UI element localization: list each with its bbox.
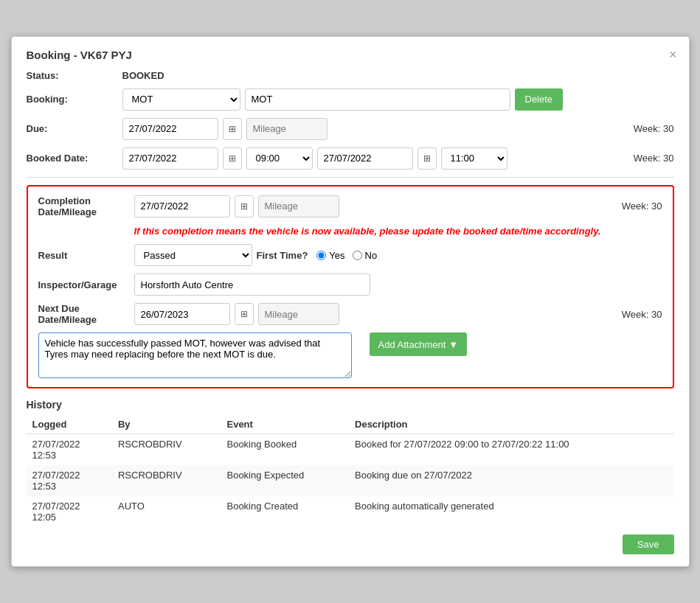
booked-end-date-input[interactable]	[317, 147, 413, 170]
notes-textarea[interactable]: Vehicle has successfully passed MOT, how…	[38, 332, 352, 378]
completion-date-label: CompletionDate/Mileage	[38, 195, 134, 217]
status-label: Status:	[27, 70, 122, 81]
yes-radio-label[interactable]: Yes	[316, 250, 344, 261]
due-mileage-input[interactable]	[246, 118, 328, 140]
next-due-week-label: Week: 30	[622, 309, 662, 320]
inspector-label: Inspector/Garage	[38, 279, 134, 290]
booked-start-calendar-icon[interactable]: ⊞	[223, 147, 242, 170]
cell-event: Booking Expected	[221, 465, 349, 496]
booked-start-time-select[interactable]: 09:00	[246, 147, 313, 170]
col-event: Event	[221, 415, 349, 434]
add-attachment-label: Add Attachment	[378, 339, 446, 350]
booked-end-calendar-icon[interactable]: ⊞	[417, 147, 437, 170]
booked-date-label: Booked Date:	[27, 153, 122, 164]
add-attachment-button[interactable]: Add Attachment ▼	[370, 332, 468, 356]
status-row: Status: BOOKED	[27, 70, 674, 81]
notes-attachment-row: Vehicle has successfully passed MOT, how…	[38, 332, 662, 378]
result-row: Result Passed Failed Pending First Time?…	[38, 244, 662, 266]
completion-date-input[interactable]	[134, 195, 230, 217]
next-due-label: Next DueDate/Mileage	[38, 303, 134, 325]
cell-by: AUTO	[112, 496, 221, 527]
result-label: Result	[38, 250, 134, 261]
first-time-label: First Time?	[257, 250, 308, 261]
due-date-calendar-icon[interactable]: ⊞	[223, 118, 242, 140]
table-row: 27/07/2022 12:53RSCROBDRIVBooking Expect…	[27, 465, 674, 496]
no-label: No	[365, 250, 378, 261]
modal-title: Booking - VK67 PYJ	[27, 49, 674, 61]
divider	[27, 177, 674, 178]
booked-week-label: Week: 30	[634, 153, 674, 164]
history-section: History Logged By Event Description 27/0…	[27, 399, 674, 527]
no-radio-label[interactable]: No	[353, 250, 378, 261]
next-due-row: Next DueDate/Mileage ⊞ Week: 30	[38, 303, 662, 325]
first-time-radio-group: Yes No	[316, 250, 377, 261]
no-radio[interactable]	[353, 251, 362, 260]
booked-start-date-input[interactable]	[122, 147, 218, 170]
completion-warning: If this completion means the vehicle is …	[134, 225, 662, 238]
cell-by: RSCROBDRIV	[112, 465, 221, 496]
booked-end-time-select[interactable]: 11:00	[441, 147, 507, 170]
close-button[interactable]: ×	[669, 47, 677, 63]
booking-label: Booking:	[27, 94, 122, 105]
due-label: Due:	[27, 123, 122, 134]
status-value: BOOKED	[122, 70, 164, 81]
completion-week-label: Week: 30	[622, 201, 662, 212]
inspector-row: Inspector/Garage	[38, 273, 662, 296]
next-due-date-input[interactable]	[134, 303, 230, 325]
cell-logged: 27/07/2022 12:05	[27, 496, 112, 527]
cell-description: Booked for 27/07/2022 09:00 to 27/07/20:…	[349, 434, 673, 466]
cell-event: Booking Booked	[221, 434, 349, 466]
booking-row: Booking: MOT Delete	[27, 88, 674, 111]
completion-calendar-icon[interactable]: ⊞	[235, 195, 254, 217]
due-week-label: Week: 30	[634, 123, 674, 134]
completion-mileage-input[interactable]	[258, 195, 339, 217]
booking-modal: Booking - VK67 PYJ × Status: BOOKED Book…	[11, 36, 690, 567]
col-logged: Logged	[27, 415, 112, 434]
cell-description: Booking automatically generated	[349, 496, 673, 527]
table-row: 27/07/2022 12:53RSCROBDRIVBooking Booked…	[27, 434, 674, 466]
booking-description-input[interactable]	[245, 88, 510, 111]
due-date-input[interactable]	[122, 118, 218, 140]
history-title: History	[27, 399, 674, 411]
next-due-mileage-input[interactable]	[258, 303, 339, 325]
cell-by: RSCROBDRIV	[112, 434, 221, 466]
delete-button[interactable]: Delete	[515, 88, 564, 111]
col-by: By	[112, 415, 221, 434]
inspector-input[interactable]	[134, 273, 370, 296]
cell-description: Booking due on 27/07/2022	[349, 465, 673, 496]
table-row: 27/07/2022 12:05AUTOBooking CreatedBooki…	[27, 496, 674, 527]
cell-logged: 27/07/2022 12:53	[27, 434, 112, 466]
history-table: Logged By Event Description 27/07/2022 1…	[27, 415, 674, 527]
due-row: Due: ⊞ Week: 30	[27, 118, 674, 140]
result-select[interactable]: Passed Failed Pending	[134, 244, 252, 266]
attachment-dropdown-icon: ▼	[448, 339, 458, 350]
save-button[interactable]: Save	[623, 534, 674, 554]
col-description: Description	[349, 415, 673, 434]
yes-radio[interactable]	[316, 251, 326, 260]
booking-type-select[interactable]: MOT	[122, 88, 240, 111]
next-due-calendar-icon[interactable]: ⊞	[235, 303, 254, 325]
cell-event: Booking Created	[221, 496, 349, 527]
cell-logged: 27/07/2022 12:53	[27, 465, 112, 496]
completion-date-row: CompletionDate/Mileage ⊞ Week: 30	[38, 195, 662, 217]
yes-label: Yes	[329, 250, 344, 261]
booked-date-row: Booked Date: ⊞ 09:00 ⊞ 11:00 Week: 30	[27, 147, 674, 170]
completion-section: CompletionDate/Mileage ⊞ Week: 30 If thi…	[27, 185, 674, 388]
